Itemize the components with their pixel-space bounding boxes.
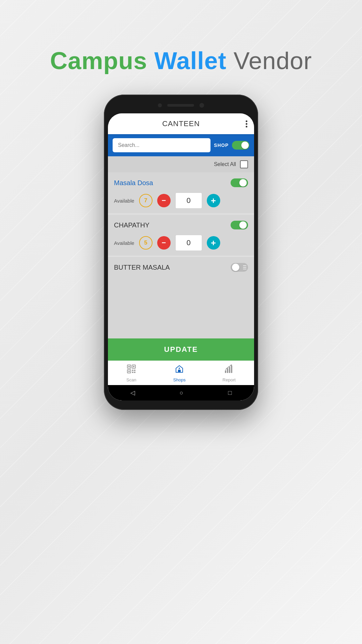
dot3	[246, 126, 247, 127]
search-input[interactable]	[113, 138, 210, 152]
recents-button[interactable]: □	[228, 389, 232, 396]
speaker-bar	[167, 104, 194, 107]
avail-badge-2: 5	[139, 236, 153, 250]
item-toggle-2[interactable]	[231, 221, 248, 229]
svg-rect-5	[133, 366, 134, 367]
minus-button-1[interactable]: −	[157, 194, 171, 207]
select-all-checkbox[interactable]	[240, 160, 248, 168]
svg-rect-7	[134, 370, 135, 371]
avail-badge-1: 7	[139, 194, 153, 207]
nav-item-report[interactable]: Report	[223, 364, 236, 382]
nav-item-scan[interactable]: Scan	[126, 364, 136, 382]
item-toggle-lines-3	[243, 265, 246, 269]
svg-rect-10	[178, 370, 181, 372]
shop-toggle[interactable]	[232, 141, 249, 150]
scan-icon	[127, 364, 136, 376]
select-all-label: Select All	[214, 161, 236, 167]
item-name-3: BUTTER MASALA	[114, 264, 170, 271]
dot2	[246, 123, 247, 125]
svg-rect-12	[225, 370, 226, 373]
plus-button-2[interactable]: +	[207, 236, 220, 250]
svg-rect-8	[132, 372, 133, 373]
camera-dot	[158, 103, 162, 107]
svg-rect-14	[229, 367, 230, 373]
item-toggle-1[interactable]	[231, 178, 248, 187]
page-title: Campus Wallet Vendor	[50, 47, 312, 74]
item-name-2: CHAPATHY	[114, 221, 149, 229]
shop-label: SHOP	[214, 143, 229, 148]
nav-label-report: Report	[223, 377, 236, 382]
item-card-butter-masala: BUTTER MASALA	[108, 257, 254, 338]
phone-outer: CANTEEN SHOP	[104, 95, 258, 410]
front-camera	[199, 103, 204, 108]
shops-icon	[175, 364, 184, 376]
title-wallet: Wallet	[154, 47, 226, 74]
back-button[interactable]: ◁	[130, 389, 135, 396]
qty-input-2[interactable]	[175, 235, 202, 251]
svg-rect-9	[134, 372, 135, 373]
update-button[interactable]: UPDATE	[108, 338, 254, 361]
items-list: Masala Dosa Available 7 −	[108, 172, 254, 338]
available-label-1: Available	[114, 198, 134, 204]
more-options-button[interactable]	[246, 120, 247, 127]
dot1	[246, 120, 247, 122]
qty-input-1[interactable]	[175, 193, 202, 209]
item-card-chapathy: CHAPATHY Available 5 −	[108, 215, 254, 256]
item-controls-1: Available 7 − +	[114, 193, 248, 209]
bottom-nav: Scan Shops	[108, 361, 254, 385]
nav-label-scan: Scan	[126, 377, 136, 382]
svg-rect-4	[128, 371, 130, 372]
item-card-header-1: Masala Dosa	[114, 178, 248, 187]
item-card-masala-dosa: Masala Dosa Available 7 −	[108, 172, 254, 213]
home-button[interactable]: ○	[180, 389, 183, 396]
item-toggle-lines-1	[243, 181, 246, 185]
nav-label-shops: Shops	[173, 377, 186, 382]
svg-rect-15	[231, 366, 232, 373]
svg-point-11	[179, 368, 180, 369]
toggle-lines	[243, 143, 247, 147]
select-all-bar: Select All	[108, 156, 254, 172]
item-name-1: Masala Dosa	[114, 179, 153, 187]
svg-rect-3	[128, 366, 130, 367]
nav-item-shops[interactable]: Shops	[173, 364, 186, 382]
item-card-header-2: CHAPATHY	[114, 221, 248, 229]
title-campus: Campus	[50, 47, 147, 74]
phone-screen: CANTEEN SHOP	[108, 113, 254, 400]
item-toggle-3[interactable]	[231, 263, 248, 272]
app-header: CANTEEN	[108, 113, 254, 134]
report-icon	[224, 364, 234, 376]
svg-rect-6	[132, 370, 133, 371]
available-label-2: Available	[114, 240, 134, 246]
phone-mockup: CANTEEN SHOP	[104, 95, 258, 410]
plus-button-1[interactable]: +	[207, 194, 220, 207]
item-toggle-lines-2	[243, 223, 246, 227]
minus-button-2[interactable]: −	[157, 236, 171, 250]
search-shop-bar: SHOP	[108, 134, 254, 156]
app-header-title: CANTEEN	[162, 119, 200, 128]
svg-rect-13	[227, 368, 228, 373]
phone-top-bar	[108, 99, 254, 112]
android-nav: ◁ ○ □	[108, 385, 254, 400]
title-vendor: Vendor	[234, 47, 312, 74]
item-controls-2: Available 5 − +	[114, 235, 248, 251]
item-card-header-3: BUTTER MASALA	[114, 263, 248, 272]
